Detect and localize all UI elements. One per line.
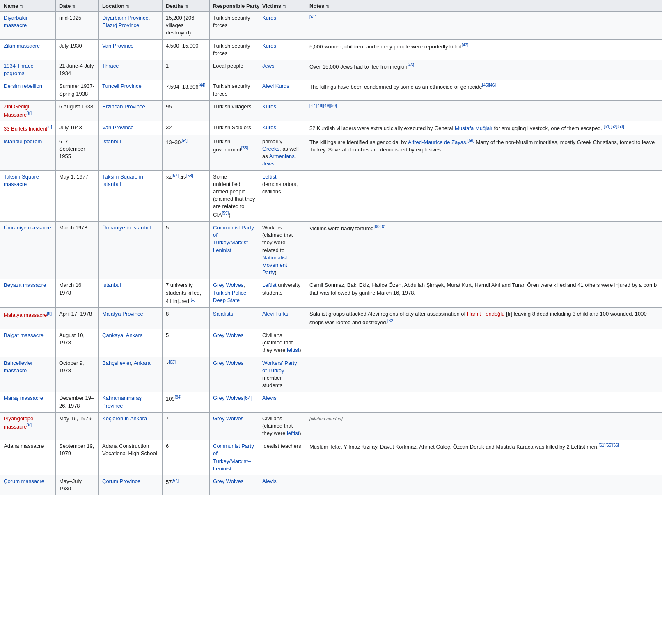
cell-victims: Civilians (claimed that they were leftis…	[259, 329, 306, 357]
sort-icon-deaths[interactable]: ⇅	[185, 4, 188, 9]
victims-link[interactable]: Kurds	[262, 15, 276, 21]
responsible-link[interactable]: Turkish Police	[213, 290, 246, 296]
cell-victims: Kurds	[259, 12, 306, 40]
victims-link[interactable]: Kurds	[262, 103, 276, 110]
massacre-name-link[interactable]: 1934 Thrace pogroms	[4, 63, 34, 76]
location-link[interactable]: Ankara	[126, 332, 143, 338]
cell-name: Ümraniye massacre	[0, 222, 56, 279]
responsible-link[interactable]: Grey Wolves	[213, 332, 243, 338]
cell-victims: Workers' Party of Turkey member students	[259, 357, 306, 392]
cell-notes: [41]	[306, 12, 662, 40]
massacre-name-link[interactable]: Dersim rebellion	[4, 83, 42, 89]
victims-link[interactable]: Kurds	[262, 43, 276, 49]
sort-icon-name[interactable]: ⇅	[20, 4, 23, 9]
location-link[interactable]: Çankaya	[102, 332, 123, 338]
location-link[interactable]: Çorum Province	[102, 478, 140, 484]
victims-link[interactable]: Alevi Kurds	[262, 83, 289, 89]
victims-link[interactable]: Greeks	[262, 146, 279, 152]
responsible-link[interactable]: Grey Wolves	[213, 478, 243, 484]
cell-location: Kahramanmaraş Province	[99, 392, 163, 412]
cell-deaths: 15,200 (206 villages destroyed)	[163, 12, 210, 40]
person-link[interactable]: Alfred-Maurice de Zayas	[408, 139, 466, 145]
victims-link[interactable]: Alevi Turks	[262, 311, 289, 317]
cell-location: Bahçelievler, Ankara	[99, 357, 163, 392]
victims-link[interactable]: leftist	[287, 430, 299, 436]
column-header-date[interactable]: Date ⇅	[56, 0, 99, 12]
location-link[interactable]: Malatya Province	[102, 311, 143, 317]
victims-link[interactable]: Kurds	[262, 124, 276, 131]
massacre-name-link[interactable]: Piyangotepe massacre[tr]	[4, 415, 33, 430]
cell-notes: The killings have been condemned by some…	[306, 80, 662, 100]
cell-notes: [47][48][49][50]	[306, 100, 662, 121]
column-header-location[interactable]: Location ⇅	[99, 0, 163, 12]
location-link[interactable]: Tunceli Province	[102, 83, 142, 89]
victims-link[interactable]: Jews	[262, 63, 275, 69]
victims-link[interactable]: Jews	[262, 160, 275, 167]
sort-icon-notes[interactable]: ⇅	[326, 4, 329, 9]
location-link[interactable]: Bahçelievler	[102, 360, 131, 366]
massacre-name-link[interactable]: Zini Gediği Massacre[tr]	[4, 103, 32, 118]
column-header-responsible[interactable]: Responsible Party ⇅	[210, 0, 259, 12]
column-header-notes[interactable]: Notes ⇅	[306, 0, 662, 12]
massacre-name-link[interactable]: Istanbul pogrom	[4, 138, 42, 144]
cell-notes	[306, 475, 662, 495]
cell-location: Erzincan Province	[99, 100, 163, 121]
responsible-link[interactable]: Communist Party of Turkey/Marxist–Lenini…	[213, 225, 254, 253]
victims-link[interactable]: Nationalist Movement Party	[262, 254, 287, 275]
person-link-red[interactable]: Hamit Fendoğlu	[467, 311, 505, 317]
massacre-name-link[interactable]: Maraş massacre	[4, 395, 43, 401]
victims-link[interactable]: Leftist	[262, 282, 277, 288]
responsible-link[interactable]: Salafists	[213, 311, 233, 317]
location-link[interactable]: Diyarbakir Province	[102, 15, 149, 21]
location-link[interactable]: Ümraniye in Istanbul	[102, 225, 151, 231]
massacre-name-link[interactable]: Balgat massacre	[4, 332, 44, 338]
table-row: Beyazıt massacreMarch 16, 1978Istanbul7 …	[0, 279, 662, 308]
victims-link[interactable]: Workers' Party of Turkey	[262, 360, 297, 374]
responsible-link[interactable]: Grey Wolves	[213, 360, 243, 366]
column-header-victims[interactable]: Victims ⇅	[259, 0, 306, 12]
location-link[interactable]: Elazığ Province	[102, 22, 139, 28]
location-link[interactable]: Van Province	[102, 124, 133, 131]
victims-link[interactable]: leftist	[287, 347, 299, 353]
location-link[interactable]: Istanbul	[102, 282, 121, 288]
victims-link[interactable]: Armenians	[269, 153, 295, 159]
cell-date: October 9, 1978	[56, 357, 99, 392]
sort-icon-victims[interactable]: ⇅	[283, 4, 286, 9]
location-link[interactable]: Ankara	[134, 360, 151, 366]
responsible-link[interactable]: Grey Wolves[64]	[213, 395, 252, 401]
column-header-name[interactable]: Name ⇅	[0, 0, 56, 12]
massacre-name-link[interactable]: Taksim Square massacre	[4, 174, 39, 187]
massacre-name-link[interactable]: Diyarbakir massacre	[4, 15, 28, 28]
massacre-name-link[interactable]: 33 Bullets Incident[tr]	[4, 126, 52, 132]
victims-link[interactable]: Leftist	[262, 174, 277, 180]
responsible-link[interactable]: Grey Wolves	[213, 282, 243, 288]
cell-name: Diyarbakir massacre	[0, 12, 56, 40]
massacre-name-link[interactable]: Bahçelievler massacre	[4, 360, 33, 374]
location-link[interactable]: Van Province	[102, 43, 133, 49]
massacre-name-link[interactable]: Çorum massacre	[4, 478, 44, 484]
responsible-link[interactable]: Deep State	[213, 297, 240, 303]
location-link[interactable]: Erzincan Province	[102, 103, 145, 110]
column-header-deaths[interactable]: Deaths ⇅	[163, 0, 210, 12]
location-link[interactable]: Thrace	[102, 63, 119, 69]
responsible-link[interactable]: Grey Wolves	[213, 415, 243, 422]
main-table-container: Name ⇅Date ⇅Location ⇅Deaths ⇅Responsibl…	[0, 0, 662, 495]
person-link[interactable]: Mustafa Muğlalı	[455, 126, 492, 132]
victims-link[interactable]: Alevis	[262, 395, 277, 401]
massacre-name-link[interactable]: Beyazıt massacre	[4, 282, 46, 288]
victims-link[interactable]: Alevis	[262, 478, 277, 484]
sort-icon-date[interactable]: ⇅	[72, 4, 76, 9]
sort-icon-location[interactable]: ⇅	[126, 4, 129, 9]
cell-deaths: 7 university students killed, 41 injured…	[163, 279, 210, 308]
cell-victims: Alevis	[259, 475, 306, 495]
responsible-link[interactable]: Communist Party of Turkey/Marxist–Lenini…	[213, 443, 254, 472]
cell-date: May 16, 1979	[56, 412, 99, 440]
cell-victims: Workers (claimed that they were related …	[259, 222, 306, 279]
location-link[interactable]: Kahramanmaraş Province	[102, 395, 142, 408]
location-link[interactable]: Taksim Square in Istanbul	[102, 174, 143, 187]
location-link[interactable]: Istanbul	[102, 138, 121, 144]
massacre-name-link[interactable]: Malatya massacre[tr]	[4, 312, 52, 318]
massacre-name-link[interactable]: Ümraniye massacre	[4, 225, 51, 231]
massacre-name-link[interactable]: Zilan massacre	[4, 43, 40, 49]
location-link[interactable]: Keçiören in Ankara	[102, 415, 147, 422]
